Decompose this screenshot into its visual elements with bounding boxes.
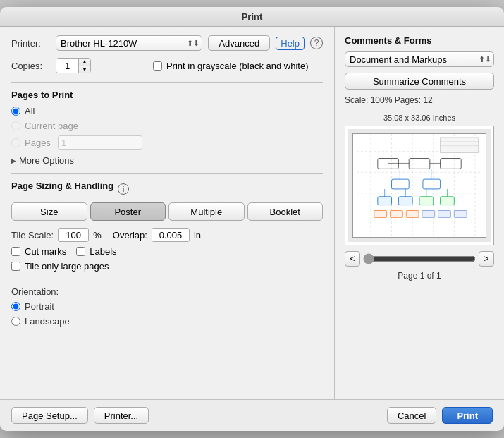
cf-select-wrapper[interactable]: Document and MarkupsDocumentForm fields … <box>345 51 494 67</box>
copies-stepper[interactable]: 1 ▲ ▼ <box>56 58 91 73</box>
svg-rect-28 <box>374 211 387 218</box>
tile-scale-input[interactable]: 100 <box>58 228 89 242</box>
copies-increment[interactable]: ▲ <box>79 58 90 66</box>
poster-button[interactable]: Poster <box>90 202 166 221</box>
svg-rect-30 <box>406 211 419 218</box>
copies-decrement[interactable]: ▼ <box>79 66 90 73</box>
bottom-bar: Page Setup... Printer... Cancel Print <box>0 399 504 431</box>
page-sizing-header: Page Sizing & Handling i <box>11 181 323 197</box>
landscape-radio[interactable] <box>11 317 20 326</box>
labels-label: Labels <box>90 246 116 257</box>
pages-section: Pages to Print All Current page Pages 1 <box>11 90 323 166</box>
cancel-button[interactable]: Cancel <box>387 407 436 424</box>
tile-scale-row: Tile Scale: 100 % Overlap: 0.005 in <box>11 228 323 242</box>
more-options-label: More Options <box>19 155 74 166</box>
print-dialog: Print Printer: Brother HL-1210W ⬆⬇ Advan… <box>0 7 504 431</box>
labels-row: Labels <box>76 246 116 257</box>
page-indicator: Page 1 of 1 <box>345 271 494 281</box>
printer-button[interactable]: Printer... <box>94 407 149 424</box>
copies-row: Copies: 1 ▲ ▼ Print in grayscale (black … <box>11 58 323 73</box>
pages-radio-group: All Current page Pages 1 <box>11 106 323 150</box>
pages-radio[interactable] <box>11 138 20 147</box>
diagram-svg <box>353 134 486 237</box>
cf-select[interactable]: Document and MarkupsDocumentForm fields … <box>345 51 494 67</box>
help-icon[interactable]: ? <box>310 37 323 49</box>
page-sizing-section: Page Sizing & Handling i Size Poster Mul… <box>11 181 323 272</box>
orientation-radio-group: Portrait Landscape <box>11 301 323 327</box>
pages-section-title: Pages to Print <box>11 90 323 100</box>
pages-label: Pages <box>25 138 51 148</box>
comments-forms-title: Comments & Forms <box>345 35 494 46</box>
more-options-row[interactable]: ▶ More Options <box>11 155 323 166</box>
summarize-button[interactable]: Summarize Comments <box>345 73 494 90</box>
preview-size-label: 35.08 x 33.06 Inches <box>383 114 455 122</box>
all-radio-row: All <box>11 106 323 116</box>
landscape-row: Landscape <box>11 316 323 327</box>
booklet-button[interactable]: Booklet <box>247 202 324 221</box>
checkboxes-row: Cut marks Labels <box>11 246 323 257</box>
printer-row: Printer: Brother HL-1210W ⬆⬇ Advanced He… <box>11 35 323 51</box>
info-icon[interactable]: i <box>118 183 129 195</box>
cut-marks-checkbox[interactable] <box>11 247 20 256</box>
svg-rect-31 <box>422 211 435 218</box>
page-sizing-title: Page Sizing & Handling <box>11 181 113 191</box>
printer-select-wrapper[interactable]: Brother HL-1210W ⬆⬇ <box>56 35 202 51</box>
svg-rect-34 <box>441 138 479 153</box>
portrait-label: Portrait <box>25 301 54 312</box>
sizing-buttons: Size Poster Multiple Booklet <box>11 202 323 221</box>
landscape-label: Landscape <box>25 316 70 327</box>
prev-button[interactable]: < <box>345 251 360 267</box>
svg-rect-32 <box>438 211 451 218</box>
svg-rect-18 <box>419 197 434 205</box>
advanced-button[interactable]: Advanced <box>208 35 270 51</box>
next-button[interactable]: > <box>479 251 494 267</box>
preview-inner <box>352 133 486 238</box>
multiple-button[interactable]: Multiple <box>168 202 245 221</box>
svg-rect-16 <box>378 197 392 205</box>
labels-checkbox[interactable] <box>76 247 85 256</box>
grayscale-label: Print in grayscale (black and white) <box>166 61 309 71</box>
printer-label: Printer: <box>11 38 50 49</box>
preview-container <box>345 126 494 245</box>
pages-radio-row: Pages 1 <box>11 135 323 150</box>
dialog-title: Print <box>242 11 263 22</box>
orientation-section: Orientation: Portrait Landscape <box>11 286 323 327</box>
printer-select[interactable]: Brother HL-1210W <box>56 35 202 51</box>
overlap-input[interactable]: 0.005 <box>152 228 190 242</box>
orientation-label: Orientation: <box>11 286 323 297</box>
size-button[interactable]: Size <box>11 202 87 221</box>
preview-image <box>348 129 491 242</box>
stepper-arrows: ▲ ▼ <box>79 58 90 73</box>
tile-only-label: Tile only large pages <box>25 261 109 272</box>
current-page-radio-row: Current page <box>11 121 323 131</box>
title-bar: Print <box>0 7 504 27</box>
nav-row: < > <box>345 251 494 267</box>
help-link[interactable]: Help <box>276 37 305 50</box>
cut-marks-row: Cut marks <box>11 246 66 257</box>
page-setup-button[interactable]: Page Setup... <box>11 407 88 424</box>
scale-text: Scale: 100% Pages: 12 <box>345 95 494 105</box>
current-page-label: Current page <box>25 121 78 131</box>
pages-input[interactable]: 1 <box>58 135 142 150</box>
print-button[interactable]: Print <box>442 407 493 424</box>
page-slider[interactable] <box>363 254 476 264</box>
overlap-label: Overlap: <box>113 230 147 241</box>
svg-rect-19 <box>441 197 455 205</box>
tile-scale-label: Tile Scale: <box>11 230 54 241</box>
grayscale-row: Print in grayscale (black and white) <box>153 61 309 71</box>
all-label: All <box>25 106 35 116</box>
copies-label: Copies: <box>11 61 50 71</box>
current-page-radio[interactable] <box>11 121 20 130</box>
more-options-triangle: ▶ <box>11 157 16 164</box>
tile-only-checkbox[interactable] <box>11 262 20 271</box>
all-radio[interactable] <box>11 107 20 116</box>
portrait-radio[interactable] <box>11 302 20 311</box>
overlap-unit: in <box>194 230 201 241</box>
tile-only-row: Tile only large pages <box>11 261 323 272</box>
bottom-left-buttons: Page Setup... Printer... <box>11 407 149 424</box>
left-panel: Printer: Brother HL-1210W ⬆⬇ Advanced He… <box>0 27 335 399</box>
grayscale-checkbox[interactable] <box>153 61 162 71</box>
tile-scale-unit: % <box>93 230 102 241</box>
copies-input[interactable]: 1 <box>56 58 79 73</box>
bottom-right-buttons: Cancel Print <box>387 407 493 424</box>
